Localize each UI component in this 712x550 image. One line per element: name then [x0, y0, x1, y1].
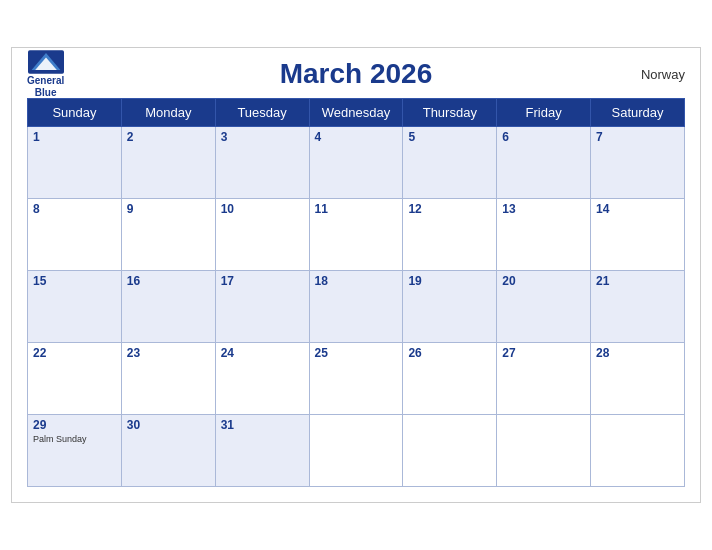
day-cell-12: 12	[403, 199, 497, 271]
day-cell-31: 31	[215, 415, 309, 487]
day-number-10: 10	[221, 202, 304, 216]
day-number-1: 1	[33, 130, 116, 144]
day-cell-6: 6	[497, 127, 591, 199]
calendar-container: General Blue March 2026 Norway Sunday Mo…	[11, 47, 701, 503]
day-number-13: 13	[502, 202, 585, 216]
calendar-header: General Blue March 2026 Norway	[27, 58, 685, 90]
day-cell-2: 2	[121, 127, 215, 199]
day-cell-29: 29Palm Sunday	[28, 415, 122, 487]
day-number-18: 18	[315, 274, 398, 288]
day-number-31: 31	[221, 418, 304, 432]
header-sunday: Sunday	[28, 99, 122, 127]
calendar-body: 1234567891011121314151617181920212223242…	[28, 127, 685, 487]
day-number-19: 19	[408, 274, 491, 288]
logo: General Blue	[27, 50, 64, 99]
day-number-20: 20	[502, 274, 585, 288]
day-number-30: 30	[127, 418, 210, 432]
day-cell-3: 3	[215, 127, 309, 199]
header-thursday: Thursday	[403, 99, 497, 127]
day-cell-35	[591, 415, 685, 487]
week-row-1: 1234567	[28, 127, 685, 199]
weekday-header-row: Sunday Monday Tuesday Wednesday Thursday…	[28, 99, 685, 127]
calendar-table: Sunday Monday Tuesday Wednesday Thursday…	[27, 98, 685, 487]
day-number-5: 5	[408, 130, 491, 144]
header-tuesday: Tuesday	[215, 99, 309, 127]
day-number-24: 24	[221, 346, 304, 360]
day-cell-32	[309, 415, 403, 487]
day-number-16: 16	[127, 274, 210, 288]
day-cell-11: 11	[309, 199, 403, 271]
day-number-11: 11	[315, 202, 398, 216]
logo-blue-text: Blue	[35, 87, 57, 99]
day-number-7: 7	[596, 130, 679, 144]
header-monday: Monday	[121, 99, 215, 127]
day-number-22: 22	[33, 346, 116, 360]
header-saturday: Saturday	[591, 99, 685, 127]
day-cell-16: 16	[121, 271, 215, 343]
day-cell-27: 27	[497, 343, 591, 415]
week-row-4: 22232425262728	[28, 343, 685, 415]
calendar-title: March 2026	[280, 58, 433, 90]
day-number-2: 2	[127, 130, 210, 144]
day-cell-13: 13	[497, 199, 591, 271]
day-number-21: 21	[596, 274, 679, 288]
day-cell-33	[403, 415, 497, 487]
day-cell-25: 25	[309, 343, 403, 415]
day-number-27: 27	[502, 346, 585, 360]
day-number-28: 28	[596, 346, 679, 360]
day-cell-34	[497, 415, 591, 487]
day-cell-14: 14	[591, 199, 685, 271]
day-cell-10: 10	[215, 199, 309, 271]
day-number-17: 17	[221, 274, 304, 288]
day-cell-24: 24	[215, 343, 309, 415]
header-wednesday: Wednesday	[309, 99, 403, 127]
day-number-26: 26	[408, 346, 491, 360]
day-cell-1: 1	[28, 127, 122, 199]
day-cell-30: 30	[121, 415, 215, 487]
week-row-5: 29Palm Sunday3031	[28, 415, 685, 487]
day-cell-17: 17	[215, 271, 309, 343]
day-number-15: 15	[33, 274, 116, 288]
week-row-2: 891011121314	[28, 199, 685, 271]
day-cell-18: 18	[309, 271, 403, 343]
day-cell-22: 22	[28, 343, 122, 415]
day-cell-26: 26	[403, 343, 497, 415]
day-number-23: 23	[127, 346, 210, 360]
logo-general-text: General	[27, 75, 64, 87]
holiday-label-29: Palm Sunday	[33, 434, 116, 444]
day-cell-19: 19	[403, 271, 497, 343]
day-number-12: 12	[408, 202, 491, 216]
day-cell-28: 28	[591, 343, 685, 415]
day-number-9: 9	[127, 202, 210, 216]
day-cell-23: 23	[121, 343, 215, 415]
week-row-3: 15161718192021	[28, 271, 685, 343]
day-number-14: 14	[596, 202, 679, 216]
day-cell-21: 21	[591, 271, 685, 343]
day-number-29: 29	[33, 418, 116, 432]
day-number-3: 3	[221, 130, 304, 144]
header-friday: Friday	[497, 99, 591, 127]
day-cell-4: 4	[309, 127, 403, 199]
country-label: Norway	[641, 67, 685, 82]
day-cell-7: 7	[591, 127, 685, 199]
day-number-6: 6	[502, 130, 585, 144]
day-number-8: 8	[33, 202, 116, 216]
day-cell-5: 5	[403, 127, 497, 199]
day-cell-20: 20	[497, 271, 591, 343]
day-cell-8: 8	[28, 199, 122, 271]
day-number-4: 4	[315, 130, 398, 144]
day-number-25: 25	[315, 346, 398, 360]
day-cell-15: 15	[28, 271, 122, 343]
day-cell-9: 9	[121, 199, 215, 271]
